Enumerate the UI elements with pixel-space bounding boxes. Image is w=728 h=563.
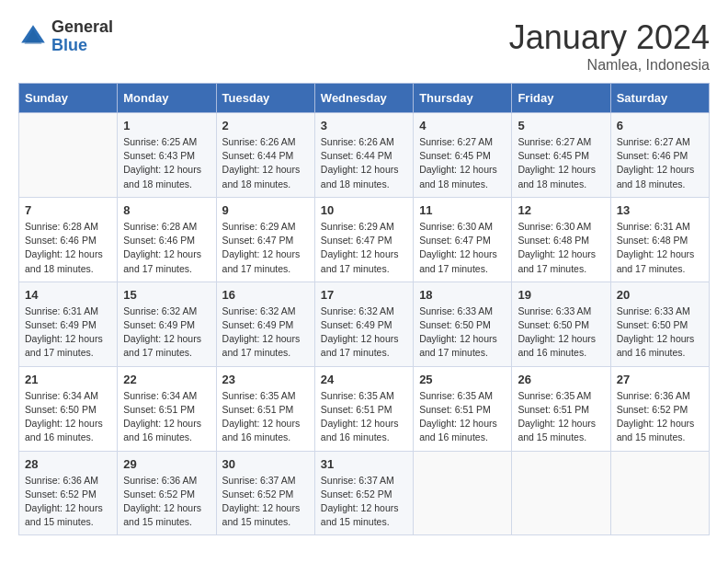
day-info: Sunrise: 6:33 AM Sunset: 6:50 PM Dayligh… (419, 304, 506, 361)
calendar-cell: 21Sunrise: 6:34 AM Sunset: 6:50 PM Dayli… (19, 366, 118, 451)
logo-icon (18, 22, 48, 52)
day-info: Sunrise: 6:27 AM Sunset: 6:46 PM Dayligh… (617, 135, 703, 191)
calendar-cell: 17Sunrise: 6:32 AM Sunset: 6:49 PM Dayli… (314, 282, 413, 366)
day-info: Sunrise: 6:27 AM Sunset: 6:45 PM Dayligh… (419, 135, 506, 191)
calendar-cell: 3Sunrise: 6:26 AM Sunset: 6:44 PM Daylig… (314, 113, 413, 198)
header: General Blue January 2024 Namlea, Indone… (18, 18, 710, 74)
calendar-cell: 5Sunrise: 6:27 AM Sunset: 6:45 PM Daylig… (512, 113, 610, 198)
day-info: Sunrise: 6:29 AM Sunset: 6:47 PM Dayligh… (222, 220, 309, 276)
day-info: Sunrise: 6:32 AM Sunset: 6:49 PM Dayligh… (321, 304, 407, 361)
day-info: Sunrise: 6:26 AM Sunset: 6:44 PM Dayligh… (321, 135, 407, 191)
calendar-cell: 28Sunrise: 6:36 AM Sunset: 6:52 PM Dayli… (19, 451, 118, 535)
day-number: 3 (321, 119, 407, 132)
day-number: 14 (25, 288, 111, 302)
calendar-cell: 8Sunrise: 6:28 AM Sunset: 6:46 PM Daylig… (118, 197, 216, 282)
header-wednesday: Wednesday (314, 84, 413, 113)
day-number: 21 (25, 373, 111, 386)
day-number: 11 (419, 203, 506, 217)
title-area: January 2024 Namlea, Indonesia (509, 18, 710, 74)
day-info: Sunrise: 6:25 AM Sunset: 6:43 PM Dayligh… (123, 135, 210, 191)
day-info: Sunrise: 6:30 AM Sunset: 6:47 PM Dayligh… (419, 220, 506, 276)
calendar-cell: 10Sunrise: 6:29 AM Sunset: 6:47 PM Dayli… (314, 197, 413, 282)
calendar-body: 1Sunrise: 6:25 AM Sunset: 6:43 PM Daylig… (19, 113, 710, 535)
calendar-week-row: 7Sunrise: 6:28 AM Sunset: 6:46 PM Daylig… (19, 197, 710, 282)
day-info: Sunrise: 6:36 AM Sunset: 6:52 PM Dayligh… (25, 474, 111, 530)
day-number: 25 (419, 373, 506, 386)
day-number: 10 (321, 203, 407, 217)
calendar-cell: 30Sunrise: 6:37 AM Sunset: 6:52 PM Dayli… (216, 451, 314, 535)
calendar-cell: 13Sunrise: 6:31 AM Sunset: 6:48 PM Dayli… (610, 197, 709, 282)
day-info: Sunrise: 6:37 AM Sunset: 6:52 PM Dayligh… (321, 474, 407, 530)
day-info: Sunrise: 6:35 AM Sunset: 6:51 PM Dayligh… (222, 389, 309, 445)
logo: General Blue (18, 18, 113, 55)
day-number: 24 (321, 373, 407, 386)
day-number: 16 (222, 288, 309, 302)
day-info: Sunrise: 6:30 AM Sunset: 6:48 PM Dayligh… (518, 220, 604, 276)
day-info: Sunrise: 6:31 AM Sunset: 6:48 PM Dayligh… (617, 220, 703, 276)
calendar-cell: 6Sunrise: 6:27 AM Sunset: 6:46 PM Daylig… (610, 113, 709, 198)
calendar-cell: 29Sunrise: 6:36 AM Sunset: 6:52 PM Dayli… (118, 451, 216, 535)
day-info: Sunrise: 6:35 AM Sunset: 6:51 PM Dayligh… (321, 389, 407, 445)
day-number: 27 (617, 373, 703, 386)
day-number: 13 (617, 203, 703, 217)
day-number: 30 (222, 457, 309, 471)
calendar-cell: 25Sunrise: 6:35 AM Sunset: 6:51 PM Dayli… (414, 366, 512, 451)
calendar-cell: 22Sunrise: 6:34 AM Sunset: 6:51 PM Dayli… (118, 366, 216, 451)
day-info: Sunrise: 6:35 AM Sunset: 6:51 PM Dayligh… (419, 389, 506, 445)
day-number: 19 (518, 288, 604, 302)
header-friday: Friday (512, 84, 610, 113)
day-info: Sunrise: 6:33 AM Sunset: 6:50 PM Dayligh… (518, 304, 604, 361)
day-info: Sunrise: 6:34 AM Sunset: 6:50 PM Dayligh… (25, 389, 111, 445)
calendar-cell (512, 451, 610, 535)
day-number: 18 (419, 288, 506, 302)
header-tuesday: Tuesday (216, 84, 314, 113)
day-number: 26 (518, 373, 604, 386)
calendar-week-row: 21Sunrise: 6:34 AM Sunset: 6:50 PM Dayli… (19, 366, 710, 451)
calendar-cell: 12Sunrise: 6:30 AM Sunset: 6:48 PM Dayli… (512, 197, 610, 282)
calendar-cell: 23Sunrise: 6:35 AM Sunset: 6:51 PM Dayli… (216, 366, 314, 451)
logo-text: General Blue (51, 18, 113, 55)
calendar-cell: 9Sunrise: 6:29 AM Sunset: 6:47 PM Daylig… (216, 197, 314, 282)
day-number: 17 (321, 288, 407, 302)
calendar-cell: 14Sunrise: 6:31 AM Sunset: 6:49 PM Dayli… (19, 282, 118, 366)
day-number: 22 (123, 373, 210, 386)
logo-blue-label: Blue (51, 37, 113, 55)
day-number: 23 (222, 373, 309, 386)
calendar-week-row: 1Sunrise: 6:25 AM Sunset: 6:43 PM Daylig… (19, 113, 710, 198)
calendar-cell: 18Sunrise: 6:33 AM Sunset: 6:50 PM Dayli… (414, 282, 512, 366)
day-info: Sunrise: 6:31 AM Sunset: 6:49 PM Dayligh… (25, 304, 111, 361)
calendar-cell: 1Sunrise: 6:25 AM Sunset: 6:43 PM Daylig… (118, 113, 216, 198)
calendar-cell: 26Sunrise: 6:35 AM Sunset: 6:51 PM Dayli… (512, 366, 610, 451)
header-monday: Monday (118, 84, 216, 113)
calendar-cell: 11Sunrise: 6:30 AM Sunset: 6:47 PM Dayli… (414, 197, 512, 282)
day-info: Sunrise: 6:28 AM Sunset: 6:46 PM Dayligh… (25, 220, 111, 276)
day-info: Sunrise: 6:37 AM Sunset: 6:52 PM Dayligh… (222, 474, 309, 530)
day-info: Sunrise: 6:32 AM Sunset: 6:49 PM Dayligh… (123, 304, 210, 361)
day-info: Sunrise: 6:36 AM Sunset: 6:52 PM Dayligh… (617, 389, 703, 445)
day-info: Sunrise: 6:36 AM Sunset: 6:52 PM Dayligh… (123, 474, 210, 530)
calendar-cell: 19Sunrise: 6:33 AM Sunset: 6:50 PM Dayli… (512, 282, 610, 366)
day-number: 1 (123, 119, 210, 132)
day-number: 4 (419, 119, 506, 132)
header-saturday: Saturday (610, 84, 709, 113)
header-thursday: Thursday (414, 84, 512, 113)
day-info: Sunrise: 6:35 AM Sunset: 6:51 PM Dayligh… (518, 389, 604, 445)
calendar-cell (610, 451, 709, 535)
day-number: 20 (617, 288, 703, 302)
calendar-cell: 15Sunrise: 6:32 AM Sunset: 6:49 PM Dayli… (118, 282, 216, 366)
day-number: 2 (222, 119, 309, 132)
day-number: 31 (321, 457, 407, 471)
calendar-week-row: 14Sunrise: 6:31 AM Sunset: 6:49 PM Dayli… (19, 282, 710, 366)
day-number: 7 (25, 203, 111, 217)
day-number: 8 (123, 203, 210, 217)
day-number: 15 (123, 288, 210, 302)
day-number: 28 (25, 457, 111, 471)
calendar-cell (414, 451, 512, 535)
day-number: 9 (222, 203, 309, 217)
day-info: Sunrise: 6:26 AM Sunset: 6:44 PM Dayligh… (222, 135, 309, 191)
day-number: 6 (617, 119, 703, 132)
calendar-cell: 7Sunrise: 6:28 AM Sunset: 6:46 PM Daylig… (19, 197, 118, 282)
calendar-table: Sunday Monday Tuesday Wednesday Thursday… (18, 83, 710, 535)
calendar-cell: 16Sunrise: 6:32 AM Sunset: 6:49 PM Dayli… (216, 282, 314, 366)
calendar-header: Sunday Monday Tuesday Wednesday Thursday… (19, 84, 710, 113)
